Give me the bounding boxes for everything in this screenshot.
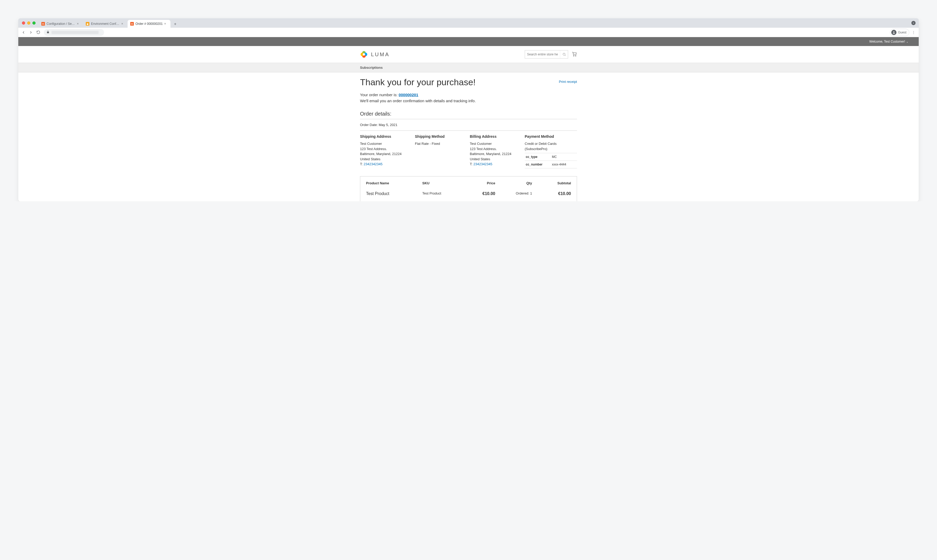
tab-title: Configuration / Settings / Store (46, 22, 75, 26)
order-date: Order Date: May 5, 2021 (360, 123, 577, 131)
window-controls (20, 18, 38, 28)
address-city: Baltimore, Maryland, 21224 (360, 151, 412, 157)
magento-favicon-icon: m (41, 22, 45, 26)
tab-title: Environment Configuration for (91, 22, 120, 26)
table-header-row: Product Name SKU Price Qty Subtotal (360, 177, 577, 189)
order-items-table: Product Name SKU Price Qty Subtotal Test… (360, 177, 577, 201)
address-country: United States (470, 157, 522, 162)
luma-logo-icon (360, 51, 368, 58)
item-sku: Test Product (417, 189, 464, 201)
pm-key: cc_type (525, 153, 551, 161)
browser-menu-button[interactable]: ⋮ (910, 29, 917, 35)
address-name: Test Customer (470, 141, 522, 146)
search-button[interactable] (560, 51, 568, 58)
close-tab-icon[interactable]: × (121, 22, 125, 26)
shipping-method-value: Flat Rate - Fixed (415, 141, 467, 146)
url-text (51, 31, 98, 34)
back-button[interactable] (20, 29, 27, 35)
tabs: m Configuration / Settings / Store × ◆ E… (39, 18, 179, 28)
page-viewport[interactable]: Welcome, Test Customer! ⌄ (18, 37, 919, 201)
browser-window: m Configuration / Settings / Store × ◆ E… (18, 18, 919, 201)
pm-val: xxxx-4444 (551, 161, 577, 168)
col-subtotal: Subtotal (538, 177, 577, 189)
payment-method-value: Credit or Debit Cards (SubscribePro) (525, 141, 577, 151)
tab-config-settings[interactable]: m Configuration / Settings / Store × (39, 20, 83, 28)
shipping-address-heading: Shipping Address (360, 134, 412, 138)
item-name: Test Product (360, 189, 417, 201)
svg-point-9 (575, 55, 576, 56)
order-items-box: Product Name SKU Price Qty Subtotal Test… (360, 176, 577, 201)
tab-strip: m Configuration / Settings / Store × ◆ E… (18, 18, 919, 28)
shipping-address-block: Shipping Address Test Customer 123 Test … (360, 134, 412, 168)
dismiss-icon[interactable]: × (911, 21, 915, 25)
col-product-name: Product Name (360, 177, 417, 189)
payment-method-heading: Payment Method (525, 134, 577, 138)
reload-button[interactable] (35, 29, 41, 35)
category-nav: Subscriptions (18, 63, 919, 72)
pm-key: cc_number (525, 161, 551, 168)
page-title: Thank you for your purchase! (360, 77, 475, 87)
order-number-link[interactable]: 000000201 (399, 92, 418, 97)
table-row: cc_number xxxx-4444 (525, 161, 577, 168)
tab-title: Order # 000000201 (135, 22, 163, 26)
search-input[interactable] (525, 52, 560, 56)
col-qty: Qty (501, 177, 538, 189)
item-subtotal: €10.00 (538, 189, 577, 201)
order-number-prefix: Your order number is: (360, 92, 399, 97)
shipping-method-block: Shipping Method Flat Rate - Fixed (415, 134, 467, 168)
item-qty: Ordered: 1 (501, 189, 538, 201)
print-receipt-link[interactable]: Print receipt (559, 80, 577, 84)
billing-address-block: Billing Address Test Customer 123 Test A… (470, 134, 522, 168)
svg-point-8 (573, 55, 574, 56)
store-topbar: Welcome, Test Customer! ⌄ (18, 37, 919, 46)
table-row: Test Product Test Product €10.00 Ordered… (360, 189, 577, 201)
magento-favicon-icon: m (130, 22, 134, 26)
store-logo[interactable]: LUMA (360, 51, 390, 58)
payment-details-table: cc_type MC cc_number xxxx-4444 (525, 153, 577, 168)
avatar-icon (891, 30, 897, 35)
address-country: United States (360, 157, 412, 162)
cart-button[interactable] (572, 51, 577, 57)
svg-point-5 (363, 53, 365, 56)
table-row: cc_type MC (525, 153, 577, 161)
address-street: 123 Test Address. (470, 146, 522, 152)
billing-address-heading: Billing Address (470, 134, 522, 138)
col-price: Price (464, 177, 501, 189)
maximize-window-icon[interactable] (32, 22, 35, 25)
page-main: Thank you for your purchase! Print recei… (360, 72, 577, 201)
address-name: Test Customer (360, 141, 412, 146)
shipping-tel-link[interactable]: 2342342345 (364, 162, 383, 166)
col-sku: SKU (417, 177, 464, 189)
svg-point-6 (563, 53, 565, 55)
billing-tel-link[interactable]: 2342342345 (474, 162, 492, 166)
svg-line-7 (565, 55, 566, 56)
platform-favicon-icon: ◆ (86, 22, 89, 26)
payment-method-block: Payment Method Credit or Debit Cards (Su… (525, 134, 577, 168)
store-header: LUMA (18, 46, 919, 63)
profile-label: Guest (898, 31, 906, 34)
pm-val: MC (551, 153, 577, 161)
close-tab-icon[interactable]: × (164, 22, 168, 26)
new-tab-button[interactable]: + (171, 20, 179, 28)
close-tab-icon[interactable]: × (77, 22, 80, 26)
close-window-icon[interactable] (22, 22, 25, 25)
address-city: Baltimore, Maryland, 21224 (470, 151, 522, 157)
lock-icon (46, 31, 49, 34)
tab-order[interactable]: m Order # 000000201 × (128, 20, 171, 28)
search-box (525, 50, 568, 58)
chevron-down-icon: ⌄ (906, 40, 908, 43)
welcome-text: Welcome, Test Customer! (869, 40, 905, 43)
forward-button[interactable] (28, 29, 34, 35)
order-info-grid: Shipping Address Test Customer 123 Test … (360, 134, 577, 168)
svg-point-0 (893, 31, 894, 32)
tab-env-config[interactable]: ◆ Environment Configuration for × (83, 20, 128, 28)
shipping-method-heading: Shipping Method (415, 134, 467, 138)
nav-subscriptions[interactable]: Subscriptions (360, 66, 383, 69)
welcome-menu[interactable]: Welcome, Test Customer! ⌄ (869, 40, 908, 43)
order-number-line: Your order number is: 000000201 (360, 92, 577, 97)
minimize-window-icon[interactable] (27, 22, 30, 25)
profile-button[interactable]: Guest (890, 29, 909, 36)
item-price: €10.00 (464, 189, 501, 201)
address-bar[interactable] (44, 29, 104, 36)
order-details-heading: Order details: (360, 111, 577, 119)
